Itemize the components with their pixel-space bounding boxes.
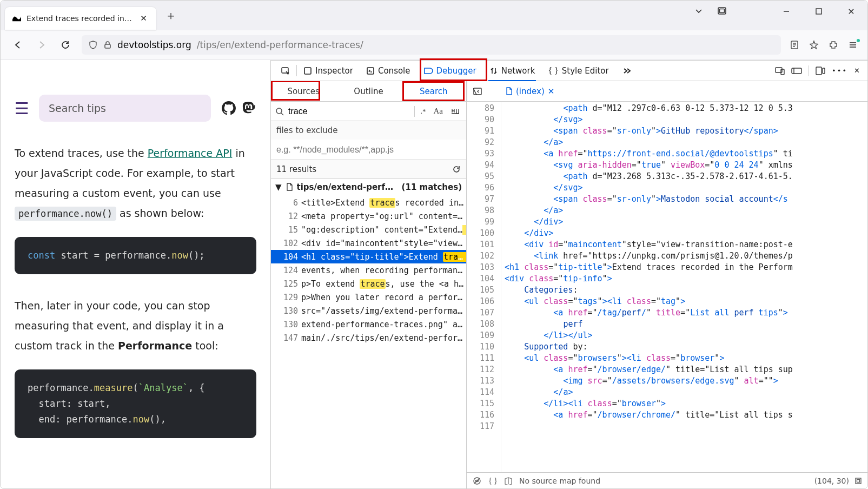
svg-rect-16 (781, 69, 784, 75)
tab-network[interactable]: Network (483, 61, 542, 81)
source-map-status: No source map found (519, 477, 600, 485)
search-result-row[interactable]: 104<h1 class="tip-title">Extend traces… (271, 250, 466, 263)
toggle-sources-pane-button[interactable] (467, 81, 487, 102)
customize-icon[interactable] (791, 67, 802, 75)
result-file-name: tips/en/extend-perfor… (297, 182, 398, 192)
svg-rect-17 (792, 68, 801, 74)
kebab-icon[interactable]: ••• (832, 67, 847, 75)
responsive-design-icon[interactable] (775, 67, 785, 75)
whole-word-toggle[interactable] (449, 108, 462, 115)
svg-rect-28 (856, 478, 861, 484)
blackbox-icon[interactable] (472, 476, 482, 486)
svg-rect-20 (823, 68, 825, 74)
file-icon (506, 87, 513, 95)
collapse-icon[interactable]: ▼ (275, 182, 282, 192)
shield-icon[interactable] (88, 40, 98, 50)
results-count: 11 results (276, 164, 316, 174)
close-devtools-button[interactable]: ✕ (854, 67, 860, 75)
titlebar: Extend traces recorded in the Pe ✕ ＋ ✕ (1, 1, 867, 30)
subtab-outline[interactable]: Outline (336, 87, 401, 96)
close-window-button[interactable]: ✕ (835, 1, 867, 22)
line-gutter: 8990919293949596979899100101102103104105… (467, 102, 501, 472)
tablist-chevron-icon[interactable] (694, 6, 704, 16)
close-tab-button[interactable]: ✕ (138, 12, 149, 24)
search-result-row[interactable]: 124events, when recording performance … (271, 263, 466, 277)
search-result-row[interactable]: 15"og:description" content="Extend tr… (271, 223, 466, 236)
devtools-panel: Inspector Console Debugger Network { }St… (271, 60, 867, 488)
new-tab-button[interactable]: ＋ (162, 6, 180, 25)
exclude-input[interactable] (276, 145, 461, 155)
file-icon (286, 183, 293, 191)
close-file-button[interactable]: ✕ (548, 87, 555, 96)
search-result-row[interactable]: 129p>When you later record a performan… (271, 290, 466, 304)
search-result-row[interactable]: 125p>To extend traces, use the <a href… (271, 277, 466, 290)
map-scopes-icon[interactable] (854, 477, 862, 485)
search-input[interactable] (288, 107, 410, 116)
inline-code: performance.now() (15, 207, 116, 221)
source-map-icon (504, 477, 513, 485)
svg-line-22 (281, 113, 283, 115)
tab-title: Extend traces recorded in the Pe (26, 14, 133, 23)
tab-debugger[interactable]: Debugger (417, 61, 483, 81)
svg-rect-1 (720, 9, 725, 13)
site-menu-icon[interactable]: ☰ (15, 99, 29, 118)
forward-button[interactable] (34, 37, 49, 52)
lock-icon[interactable] (103, 41, 112, 49)
exclude-label: files to exclude (271, 121, 466, 140)
pretty-print-icon[interactable]: { } (488, 477, 498, 485)
url-bar: devtoolstips.org/tips/en/extend-performa… (1, 30, 867, 60)
svg-rect-4 (105, 44, 110, 48)
reload-button[interactable] (58, 37, 73, 52)
svg-point-21 (276, 108, 282, 114)
menu-icon[interactable] (848, 40, 858, 50)
regex-toggle[interactable]: .* (419, 107, 428, 116)
search-row: .* Aa (271, 102, 466, 121)
case-toggle[interactable]: Aa (432, 107, 445, 116)
search-result-row[interactable]: 6<title>Extend traces recorded in th… (271, 196, 466, 209)
browser-tab[interactable]: Extend traces recorded in the Pe ✕ (5, 7, 156, 30)
code-block-1: const start = performance.now(); (15, 237, 256, 274)
search-results-list: 6<title>Extend traces recorded in th…12<… (271, 196, 466, 345)
svg-rect-29 (857, 479, 860, 482)
search-result-row[interactable]: 147main/./src/tips/en/extend-performan… (271, 331, 466, 345)
code-area: (index) ✕ 899091929394959697989910010110… (467, 81, 867, 488)
subtab-search[interactable]: Search (401, 87, 466, 96)
search-result-row[interactable]: 130src="/assets/img/extend-performance… (271, 304, 466, 318)
subtab-sources[interactable]: Sources (271, 87, 336, 96)
devtools-toolbar: Inspector Console Debugger Network { }St… (271, 61, 867, 81)
github-icon[interactable] (221, 100, 237, 116)
source-file-tab[interactable]: (index) ✕ (506, 87, 554, 96)
maximize-button[interactable] (803, 1, 835, 22)
tab-overview-icon[interactable] (717, 6, 727, 16)
search-result-row[interactable]: 12<meta property="og:url" content="ht… (271, 209, 466, 223)
minimize-button[interactable] (770, 1, 803, 22)
performance-api-link[interactable]: Performance API (148, 147, 233, 159)
debugger-left-panel: Sources Outline Search .* Aa files to ex… (271, 81, 467, 488)
extensions-icon[interactable] (829, 40, 838, 50)
mastodon-icon[interactable] (240, 100, 256, 116)
tab-style-editor[interactable]: { }Style Editor (541, 61, 615, 81)
result-file-header[interactable]: ▼ tips/en/extend-perfor… (11 matches) (271, 179, 466, 196)
tab-favicon (12, 14, 21, 23)
refresh-results-button[interactable] (452, 165, 461, 174)
search-tips-field[interactable]: Search tips (39, 95, 211, 122)
more-tools-button[interactable] (615, 61, 638, 81)
address-bar[interactable]: devtoolstips.org/tips/en/extend-performa… (82, 35, 781, 55)
reader-icon[interactable] (790, 40, 799, 50)
tab-console[interactable]: Console (360, 61, 417, 81)
search-result-row[interactable]: 130extend-performance-traces.png" alt=… (271, 318, 466, 331)
pick-element-button[interactable] (274, 61, 297, 81)
cursor-position: (104, 30) (814, 477, 849, 485)
search-result-row[interactable]: 102<div id="maincontent"style="view-tr… (271, 236, 466, 250)
page-content: ☰ Search tips To extend traces, use the … (1, 60, 271, 488)
tab-inspector[interactable]: Inspector (297, 61, 360, 81)
code-status-bar: { } No source map found (104, 30) (467, 472, 867, 488)
svg-rect-3 (816, 9, 821, 14)
dock-side-icon[interactable] (816, 67, 825, 75)
url-domain: devtoolstips.org (117, 39, 191, 50)
url-path: /tips/en/extend-performance-traces/ (197, 39, 363, 50)
paragraph-2: Then, later in your code, you can stop m… (15, 296, 256, 356)
bookmark-icon[interactable] (809, 40, 819, 50)
back-button[interactable] (10, 37, 25, 52)
code-lines[interactable]: <path d="M12 .297c0-6.63 0-12 5.373-12 1… (501, 102, 867, 472)
